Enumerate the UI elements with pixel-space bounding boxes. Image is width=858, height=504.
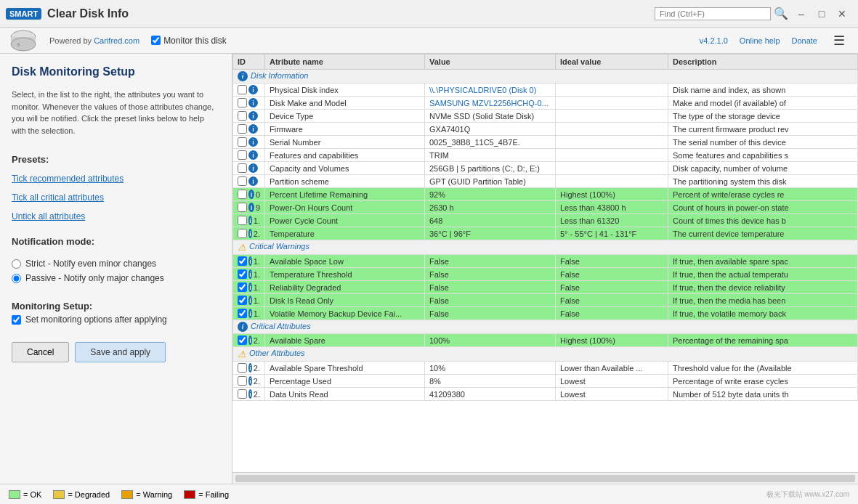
info-icon[interactable]: i: [248, 229, 252, 238]
info-icon[interactable]: i: [248, 363, 252, 373]
info-icon[interactable]: i: [248, 216, 252, 225]
info-icon[interactable]: i: [248, 283, 252, 292]
online-help-link[interactable]: Online help: [740, 36, 780, 45]
cell-value: 36°C | 96°F: [425, 227, 556, 240]
preset-untick-link[interactable]: Untick all attributes: [12, 211, 220, 221]
maximize-button[interactable]: □: [812, 5, 832, 23]
cell-ideal-value: [556, 175, 668, 188]
row-id-label: 2.: [254, 336, 260, 345]
horizontal-scrollbar[interactable]: [232, 472, 858, 484]
cell-ideal-value: Lowest: [556, 388, 668, 401]
info-icon[interactable]: i: [248, 150, 258, 160]
row-id-label: 1.: [254, 283, 260, 292]
attribute-checkbox[interactable]: [238, 111, 247, 121]
monitor-disk-checkbox[interactable]: Monitor this disk: [151, 36, 227, 46]
attribute-checkbox[interactable]: [238, 176, 247, 186]
attribute-checkbox[interactable]: [238, 137, 247, 147]
cell-description: Disk name and index, as shown: [668, 84, 858, 97]
info-icon[interactable]: i: [248, 269, 252, 279]
info-icon[interactable]: i: [248, 203, 254, 212]
attribute-checkbox[interactable]: [238, 85, 247, 94]
info-icon[interactable]: i: [248, 163, 258, 173]
passive-radio[interactable]: Passive - Notify only major changes: [12, 273, 220, 283]
preset-critical-link[interactable]: Tick all critical attributes: [12, 192, 220, 203]
minimize-button[interactable]: –: [791, 5, 812, 23]
cell-value: NVMe SSD (Solid State Disk): [425, 110, 556, 123]
version-link[interactable]: v4.2.1.0: [700, 36, 728, 45]
panel-description: Select, in the list to the right, the at…: [12, 89, 220, 137]
info-icon[interactable]: i: [248, 190, 254, 199]
attribute-checkbox[interactable]: [238, 163, 247, 173]
search-button[interactable]: 🔍: [771, 5, 791, 23]
cell-ideal-value: Less than 43800 h: [556, 201, 668, 214]
cell-ideal-value: False: [556, 294, 668, 307]
cell-description: The serial number of this device: [668, 136, 858, 149]
info-icon[interactable]: i: [248, 137, 258, 147]
attribute-checkbox[interactable]: [238, 376, 247, 386]
info-icon[interactable]: i: [248, 111, 258, 121]
cell-value: 41209380: [425, 388, 556, 401]
cell-value: False: [425, 255, 556, 268]
row-id-label: 2.: [254, 377, 260, 386]
cell-description: The partitioning system this disk: [668, 175, 858, 188]
preset-recommended-link[interactable]: Tick recommended attributes: [12, 174, 220, 184]
info-icon[interactable]: i: [248, 124, 258, 134]
info-icon[interactable]: i: [248, 256, 252, 266]
search-input[interactable]: [655, 7, 771, 20]
attribute-checkbox[interactable]: [238, 363, 247, 373]
table-row: i1.Temperature ThresholdFalseFalseIf tru…: [233, 268, 858, 281]
cell-value: SAMSUNG MZVL2256HCHQ-0...: [425, 97, 556, 110]
cell-attribute-name: Temperature Threshold: [265, 268, 425, 281]
attribute-checkbox[interactable]: [238, 269, 247, 279]
info-icon[interactable]: i: [248, 296, 252, 305]
table-wrapper[interactable]: ID Atribute name Value Ideal value Descr…: [232, 54, 858, 472]
cell-value: False: [425, 294, 556, 307]
table-row: i2.Temperature36°C | 96°F5° - 55°C | 41 …: [233, 227, 858, 240]
cell-id: i9: [233, 201, 265, 214]
attribute-checkbox[interactable]: [238, 256, 247, 266]
cell-value: 8%: [425, 375, 556, 388]
attribute-checkbox[interactable]: [238, 190, 247, 199]
cell-id: i: [233, 123, 265, 136]
row-id-label: 1.: [254, 216, 260, 225]
cell-ideal-value: [556, 84, 668, 97]
attribute-checkbox[interactable]: [238, 309, 247, 318]
carifred-link[interactable]: Carifred.com: [94, 36, 139, 45]
cell-attribute-name: Available Space Low: [265, 255, 425, 268]
set-monitoring-checkbox[interactable]: Set monitoring options after applying: [12, 314, 220, 325]
cancel-button[interactable]: Cancel: [12, 342, 69, 362]
attribute-checkbox[interactable]: [238, 389, 247, 399]
cell-description: Make and model (if available) of: [668, 97, 858, 110]
info-icon[interactable]: i: [248, 389, 252, 399]
info-icon[interactable]: i: [248, 176, 258, 186]
monitoring-setup-label: Monitoring Setup:: [12, 301, 220, 312]
attribute-checkbox[interactable]: [238, 229, 247, 238]
strict-radio[interactable]: Strict - Notify even minor changes: [12, 259, 220, 269]
attribute-checkbox[interactable]: [238, 336, 247, 345]
attribute-checkbox[interactable]: [238, 124, 247, 134]
info-icon[interactable]: i: [248, 376, 252, 386]
menu-icon[interactable]: ☰: [829, 31, 849, 50]
hscroll-thumb[interactable]: [235, 475, 855, 482]
cell-description: Disk capacity, number of volume: [668, 162, 858, 175]
close-button[interactable]: ✕: [832, 5, 852, 23]
cell-id: i1.: [233, 294, 265, 307]
table-row: i0Percent Lifetime Remaining92%Highest (…: [233, 188, 858, 201]
attribute-checkbox[interactable]: [238, 150, 247, 160]
cell-description: If true, then the actual temperatu: [668, 268, 858, 281]
cell-value: 10%: [425, 362, 556, 375]
cell-attribute-name: Volatile Memory Backup Device Fai...: [265, 307, 425, 320]
row-id-label: 9: [256, 203, 260, 212]
info-icon[interactable]: i: [248, 309, 252, 318]
attribute-checkbox[interactable]: [238, 296, 247, 305]
attribute-checkbox[interactable]: [238, 203, 247, 212]
info-icon[interactable]: i: [248, 85, 258, 94]
info-icon[interactable]: i: [248, 98, 258, 107]
attribute-checkbox[interactable]: [238, 216, 247, 225]
info-icon[interactable]: i: [248, 336, 252, 345]
attribute-checkbox[interactable]: [238, 283, 247, 292]
attribute-checkbox[interactable]: [238, 98, 247, 107]
save-apply-button[interactable]: Save and apply: [75, 342, 166, 362]
donate-link[interactable]: Donate: [792, 36, 817, 45]
table-row: iDevice TypeNVMe SSD (Solid State Disk)T…: [233, 110, 858, 123]
